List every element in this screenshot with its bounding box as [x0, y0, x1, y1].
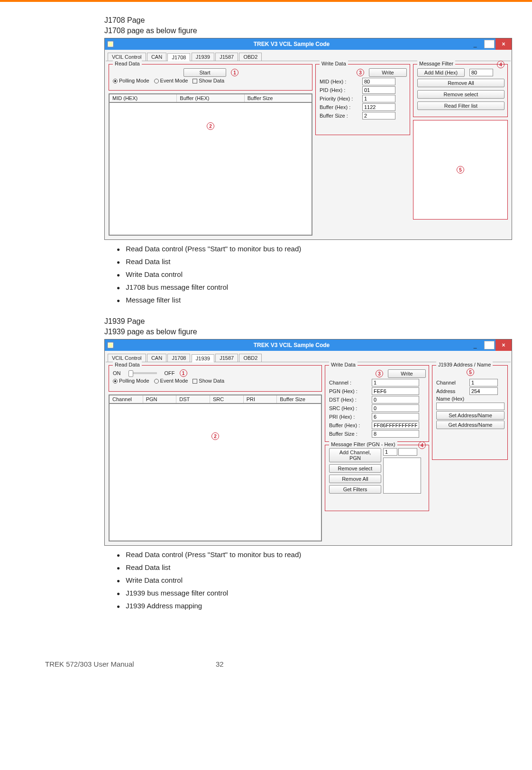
minimize-button[interactable]: _: [467, 38, 483, 50]
marker-3: 3: [376, 370, 383, 377]
get-address-button[interactable]: Get Address/Name: [436, 421, 504, 429]
mid-input[interactable]: [362, 78, 395, 85]
window-title: TREK V3 VCIL Sample Code: [116, 342, 467, 348]
list-item: Read Data list: [117, 256, 512, 268]
filter-pgn-input[interactable]: [398, 448, 417, 456]
filter-legend: Message Filter (PGN - Hex): [329, 441, 397, 447]
marker-4: 4: [418, 441, 426, 449]
read-data-list[interactable]: 2: [109, 102, 312, 235]
pid-input[interactable]: [362, 86, 395, 94]
addr-channel-input[interactable]: [469, 379, 498, 386]
marker-2: 2: [211, 432, 219, 440]
read-filter-list-button[interactable]: Read Filter list: [417, 101, 504, 110]
marker-4: 4: [497, 61, 504, 68]
polling-mode-radio[interactable]: Polling Mode: [113, 78, 149, 83]
footer-page: 32: [216, 660, 224, 668]
marker-3: 3: [357, 69, 364, 76]
buffer-size-input[interactable]: [372, 430, 419, 438]
remove-all-button[interactable]: Remove All: [417, 79, 504, 87]
list-item: Read Data control (Press "Start" to moni…: [117, 243, 512, 256]
filter-legend: Message Filter: [417, 61, 455, 66]
j1708-window: TREK V3 VCIL Sample Code _ × VCIL Contro…: [104, 38, 512, 240]
tab-can[interactable]: CAN: [147, 53, 166, 61]
pgn-input[interactable]: [372, 387, 419, 395]
show-data-check[interactable]: Show Data: [193, 78, 224, 83]
minimize-button[interactable]: _: [467, 339, 483, 351]
tab-j1708[interactable]: J1708: [167, 53, 190, 61]
list-item: J1708 bus message filter control: [117, 281, 512, 294]
tab-j1587[interactable]: J1587: [215, 354, 238, 362]
list-item: Message filter list: [117, 294, 512, 307]
page-footer: TREK 572/303 User Manual 32: [0, 660, 522, 682]
event-mode-radio[interactable]: Event Mode: [154, 78, 188, 83]
j1939-subtitle: J1939 page as below figure: [104, 327, 512, 337]
filter-list[interactable]: [383, 458, 421, 494]
tab-can[interactable]: CAN: [147, 354, 166, 362]
addr-legend: J1939 Address / Name: [436, 362, 493, 367]
src-input[interactable]: [372, 404, 419, 412]
write-button[interactable]: Write: [388, 369, 426, 378]
filter-channel-input[interactable]: [383, 448, 397, 456]
list-item: J1939 bus message filter control: [117, 587, 512, 600]
svg-rect-1: [109, 42, 112, 46]
buffer-input[interactable]: [362, 103, 395, 111]
list-item: Read Data control (Press "Start" to moni…: [117, 549, 512, 561]
read-list-header: Channel PGN DST SRC PRI Buffer Size: [109, 395, 321, 403]
pri-input[interactable]: [372, 413, 419, 421]
close-button[interactable]: ×: [495, 339, 512, 351]
set-address-button[interactable]: Set Address/Name: [436, 411, 504, 420]
buffer-size-input[interactable]: [362, 112, 395, 119]
event-mode-radio[interactable]: Event Mode: [154, 378, 188, 384]
footer-manual: TREK 572/303 User Manual: [45, 660, 216, 668]
close-button[interactable]: ×: [495, 38, 512, 50]
filter-list[interactable]: 5: [413, 120, 508, 220]
polling-mode-radio[interactable]: Polling Mode: [113, 378, 149, 384]
marker-2: 2: [207, 122, 214, 130]
start-button[interactable]: Start: [183, 68, 226, 77]
j1708-title: J1708 Page: [104, 15, 512, 26]
tab-j1939[interactable]: J1939: [192, 354, 214, 362]
addr-name-input[interactable]: [436, 403, 504, 410]
add-channel-pgn-button[interactable]: Add Channel, PGN: [329, 448, 381, 462]
tab-bar: VCIL Control CAN J1708 J1939 J1587 OBD2: [106, 51, 511, 61]
read-list-header: MID (HEX) Buffer (HEX) Buffer Size: [109, 94, 312, 102]
write-data-legend: Write Data: [329, 362, 358, 367]
tab-obd2[interactable]: OBD2: [239, 53, 262, 61]
add-mid-input[interactable]: [469, 69, 493, 76]
tab-j1587[interactable]: J1587: [215, 53, 238, 61]
write-button[interactable]: Write: [369, 68, 407, 77]
j1708-bullets: Read Data control (Press "Start" to moni…: [104, 243, 512, 307]
app-icon: [105, 342, 116, 348]
remove-select-button[interactable]: Remove select: [417, 90, 504, 99]
remove-select-button[interactable]: Remove select: [329, 464, 381, 473]
on-label: ON: [113, 370, 121, 376]
get-filters-button[interactable]: Get Filters: [329, 485, 381, 494]
read-data-legend: Read Data: [113, 362, 142, 367]
titlebar: TREK V3 VCIL Sample Code _ ×: [105, 38, 512, 50]
maximize-button[interactable]: [484, 40, 495, 48]
j1939-title: J1939 Page: [104, 316, 512, 327]
tab-j1939[interactable]: J1939: [192, 53, 214, 61]
add-mid-button[interactable]: Add Mid (Hex): [417, 68, 465, 77]
show-data-check[interactable]: Show Data: [193, 378, 224, 384]
j1708-subtitle: J1708 page as below figure: [104, 26, 512, 36]
read-data-list[interactable]: 2: [109, 403, 321, 541]
app-icon: [105, 41, 116, 47]
tab-vcil-control[interactable]: VCIL Control: [108, 53, 146, 61]
buffer-input[interactable]: [372, 422, 419, 429]
channel-input[interactable]: [372, 379, 419, 386]
dst-input[interactable]: [372, 396, 419, 403]
tab-bar: VCIL Control CAN J1708 J1939 J1587 OBD2: [106, 352, 511, 362]
tab-obd2[interactable]: OBD2: [239, 354, 262, 362]
on-off-slider[interactable]: [128, 372, 157, 374]
tab-j1708[interactable]: J1708: [167, 354, 190, 362]
tab-vcil-control[interactable]: VCIL Control: [108, 354, 146, 362]
marker-1: 1: [180, 369, 187, 377]
list-item: Write Data control: [117, 574, 512, 587]
addr-address-input[interactable]: [469, 387, 498, 395]
remove-all-button[interactable]: Remove All: [329, 475, 381, 483]
j1939-window: TREK V3 VCIL Sample Code _ × VCIL Contro…: [104, 339, 512, 546]
maximize-button[interactable]: [484, 341, 495, 349]
off-label: OFF: [165, 370, 175, 376]
priority-input[interactable]: [362, 95, 395, 102]
